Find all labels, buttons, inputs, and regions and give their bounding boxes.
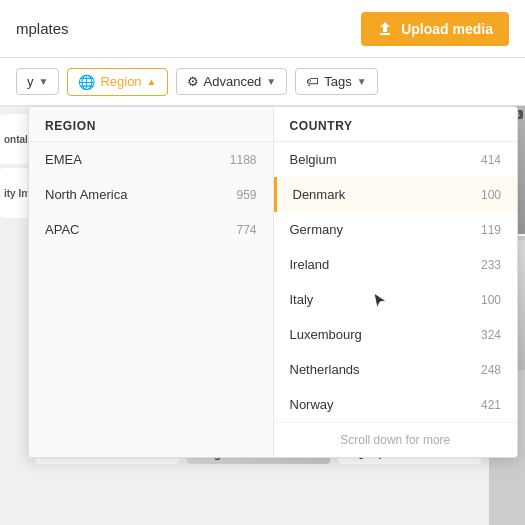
tags-chevron-icon: ▼ xyxy=(357,76,367,87)
upload-media-button[interactable]: Upload media xyxy=(361,12,509,46)
first-filter-button[interactable]: y ▼ xyxy=(16,68,59,95)
advanced-chevron-icon: ▼ xyxy=(266,76,276,87)
region-dropdown-panel: Region EMEA 1188 North America 959 APAC … xyxy=(28,106,518,458)
germany-label: Germany xyxy=(290,222,343,237)
emea-count: 1188 xyxy=(230,153,257,167)
main-content: Fin MP4 Image PNG Logo specifications PN… xyxy=(0,106,525,525)
ireland-count: 233 xyxy=(481,258,501,272)
norway-label: Norway xyxy=(290,397,334,412)
north-america-count: 959 xyxy=(236,188,256,202)
country-norway-item[interactable]: Norway 421 xyxy=(274,387,518,422)
country-luxembourg-item[interactable]: Luxembourg 324 xyxy=(274,317,518,352)
region-north-america-item[interactable]: North America 959 xyxy=(29,177,273,212)
country-column: Country Belgium 414 Denmark 100 Germany … xyxy=(274,107,518,457)
first-filter-chevron: ▼ xyxy=(39,76,49,87)
netherlands-label: Netherlands xyxy=(290,362,360,377)
sliders-icon: ⚙ xyxy=(187,74,199,89)
luxembourg-label: Luxembourg xyxy=(290,327,362,342)
country-column-header: Country xyxy=(274,107,518,142)
advanced-filter-button[interactable]: ⚙ Advanced ▼ xyxy=(176,68,288,95)
upload-icon xyxy=(377,21,393,37)
north-america-label: North America xyxy=(45,187,127,202)
germany-count: 119 xyxy=(481,223,501,237)
country-ireland-item[interactable]: Ireland 233 xyxy=(274,247,518,282)
region-chevron-icon: ▲ xyxy=(147,76,157,87)
country-germany-item[interactable]: Germany 119 xyxy=(274,212,518,247)
belgium-label: Belgium xyxy=(290,152,337,167)
belgium-count: 414 xyxy=(481,153,501,167)
apac-count: 774 xyxy=(236,223,256,237)
filter-bar: y ▼ 🌐 Region ▲ ⚙ Advanced ▼ 🏷 Tags ▼ xyxy=(0,58,525,106)
denmark-label: Denmark xyxy=(293,187,346,202)
denmark-count: 100 xyxy=(481,188,501,202)
dropdown-columns: Region EMEA 1188 North America 959 APAC … xyxy=(29,107,517,457)
upload-button-label: Upload media xyxy=(401,21,493,37)
left-text-ity: ity Inte xyxy=(0,168,28,218)
norway-count: 421 xyxy=(481,398,501,412)
emea-label: EMEA xyxy=(45,152,82,167)
region-apac-item[interactable]: APAC 774 xyxy=(29,212,273,247)
tags-filter-label: Tags xyxy=(324,74,351,89)
globe-icon: 🌐 xyxy=(78,74,95,90)
region-column: Region EMEA 1188 North America 959 APAC … xyxy=(29,107,274,457)
country-denmark-item[interactable]: Denmark 100 xyxy=(274,177,518,212)
italy-count: 100 xyxy=(481,293,501,307)
header: mplates Upload media xyxy=(0,0,525,58)
italy-label: Italy xyxy=(290,292,314,307)
region-emea-item[interactable]: EMEA 1188 xyxy=(29,142,273,177)
luxembourg-count: 324 xyxy=(481,328,501,342)
left-sidebar-partial: ontal ity Inte xyxy=(0,106,28,525)
advanced-filter-label: Advanced xyxy=(204,74,262,89)
first-filter-label: y xyxy=(27,74,34,89)
country-netherlands-item[interactable]: Netherlands 248 xyxy=(274,352,518,387)
tags-filter-button[interactable]: 🏷 Tags ▼ xyxy=(295,68,377,95)
apac-label: APAC xyxy=(45,222,79,237)
left-text-ontal: ontal xyxy=(0,114,28,164)
country-belgium-item[interactable]: Belgium 414 xyxy=(274,142,518,177)
netherlands-count: 248 xyxy=(481,363,501,377)
page-title: mplates xyxy=(16,20,69,37)
tag-icon: 🏷 xyxy=(306,74,319,89)
region-column-header: Region xyxy=(29,107,273,142)
region-filter-label: Region xyxy=(100,74,141,89)
dropdown-footer: Scroll down for more xyxy=(274,422,518,457)
country-italy-item[interactable]: Italy 100 xyxy=(274,282,518,317)
ireland-label: Ireland xyxy=(290,257,330,272)
region-filter-button[interactable]: 🌐 Region ▲ xyxy=(67,68,167,96)
